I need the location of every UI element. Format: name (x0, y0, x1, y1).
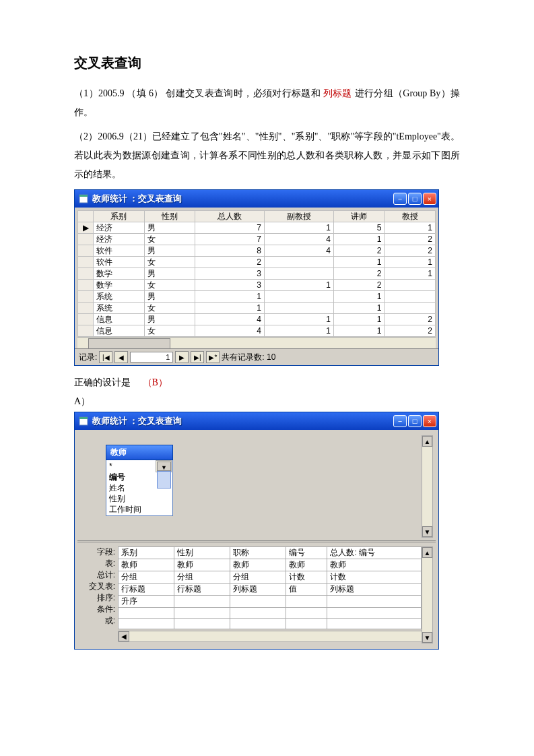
qbe-cell[interactable]: 教师 (327, 559, 422, 571)
qbe-cell[interactable]: 列标题 (230, 584, 286, 596)
cell[interactable]: 2 (333, 268, 385, 280)
nav-new-button[interactable]: ▶* (206, 351, 220, 363)
column-header[interactable]: 副教授 (264, 211, 333, 222)
cell[interactable]: 经济 (94, 222, 145, 234)
cell[interactable]: 数学 (94, 268, 145, 280)
close-button[interactable]: × (423, 193, 436, 205)
column-header[interactable]: 系别 (94, 211, 145, 222)
column-header[interactable]: 总人数 (195, 211, 265, 222)
cell[interactable]: 8 (195, 245, 265, 257)
field-item[interactable]: 性别 (106, 493, 172, 504)
minimize-button[interactable]: − (393, 415, 407, 427)
qbe-cell[interactable]: 教师 (230, 559, 286, 571)
column-header[interactable]: 性别 (144, 211, 195, 222)
qbe-cell[interactable]: 行标题 (174, 584, 230, 596)
qbe-cell[interactable]: 编号 (286, 547, 327, 559)
qbe-cell[interactable] (230, 619, 286, 629)
cell[interactable]: 男 (144, 314, 195, 325)
qbe-cell[interactable]: 教师 (119, 559, 174, 571)
row-selector[interactable] (78, 303, 94, 314)
cell[interactable]: 2 (195, 257, 265, 268)
cell[interactable]: 女 (144, 280, 195, 291)
row-selector[interactable] (78, 280, 94, 291)
cell[interactable]: 7 (195, 234, 265, 245)
table-row[interactable]: 数学男321 (78, 268, 436, 280)
cell[interactable]: 信息 (94, 325, 145, 337)
cell[interactable]: 2 (333, 280, 385, 291)
cell[interactable]: 1 (333, 257, 385, 268)
titlebar[interactable]: 教师统计 ：交叉表查询 − □ × (75, 412, 438, 430)
qbe-cell[interactable]: 总人数: 编号 (327, 547, 422, 559)
cell[interactable]: 2 (385, 234, 436, 245)
qbe-table[interactable]: 系别性别职称编号总人数: 编号教师教师教师教师教师分组分组分组计数计数行标题行标… (118, 546, 433, 629)
maximize-button[interactable]: □ (408, 415, 422, 427)
qbe-cell[interactable]: 行标题 (119, 584, 174, 596)
qbe-cell[interactable]: 职称 (230, 547, 286, 559)
cell[interactable]: 3 (195, 268, 265, 280)
cell[interactable]: 男 (144, 268, 195, 280)
cell[interactable]: 3 (195, 280, 265, 291)
nav-record-input[interactable] (130, 352, 173, 363)
cell[interactable]: 1 (333, 303, 385, 314)
cell[interactable]: 1 (385, 257, 436, 268)
cell[interactable] (264, 257, 333, 268)
qbe-cell[interactable] (286, 608, 327, 619)
qbe-cell[interactable]: 分组 (230, 571, 286, 584)
cell[interactable]: 软件 (94, 257, 145, 268)
qbe-cell[interactable]: 计数 (327, 571, 422, 584)
cell[interactable]: 4 (264, 245, 333, 257)
table-row[interactable]: 数学女312 (78, 280, 436, 291)
cell[interactable]: 1 (333, 234, 385, 245)
qbe-cell[interactable] (230, 596, 286, 608)
table-row[interactable]: 经济女7412 (78, 234, 436, 245)
table-row[interactable]: 信息女4112 (78, 325, 436, 337)
cell[interactable]: 2 (385, 314, 436, 325)
cell[interactable] (385, 303, 436, 314)
table-row[interactable]: 软件男8422 (78, 245, 436, 257)
cell[interactable]: 1 (264, 314, 333, 325)
pane-vertical-scrollbar[interactable]: ▲ ▼ (422, 435, 433, 538)
table-field-list[interactable]: 教师 *编号姓名性别工作时间 ▲ ▼ (106, 445, 173, 516)
cell[interactable] (264, 291, 333, 303)
cell[interactable]: 数学 (94, 280, 145, 291)
table-row[interactable]: ▶经济男7151 (78, 222, 436, 234)
minimize-button[interactable]: − (393, 193, 407, 205)
cell[interactable]: 1 (264, 280, 333, 291)
maximize-button[interactable]: □ (408, 193, 422, 205)
row-selector[interactable] (78, 234, 94, 245)
qbe-cell[interactable] (174, 619, 230, 629)
cell[interactable] (264, 268, 333, 280)
table-row[interactable]: 系统女11 (78, 303, 436, 314)
qbe-cell[interactable]: 教师 (174, 559, 230, 571)
qbe-cell[interactable]: 教师 (286, 559, 327, 571)
qbe-cell[interactable]: 列标题 (327, 584, 422, 596)
qbe-cell[interactable] (119, 608, 174, 619)
cell[interactable] (385, 291, 436, 303)
qbe-vertical-scrollbar[interactable]: ▲ ▼ (422, 546, 433, 643)
cell[interactable]: 1 (333, 325, 385, 337)
nav-prev-button[interactable]: ◀ (114, 351, 128, 363)
close-button[interactable]: × (423, 415, 436, 427)
cell[interactable]: 1 (195, 303, 265, 314)
field-list-scrollbar[interactable]: ▲ ▼ (156, 460, 172, 472)
cell[interactable]: 2 (385, 325, 436, 337)
cell[interactable]: 5 (333, 222, 385, 234)
cell[interactable]: 1 (264, 222, 333, 234)
cell[interactable]: 女 (144, 234, 195, 245)
qbe-cell[interactable] (230, 608, 286, 619)
cell[interactable]: 男 (144, 245, 195, 257)
qbe-cell[interactable]: 升序 (119, 596, 174, 608)
row-selector[interactable] (78, 268, 94, 280)
qbe-cell[interactable]: 计数 (286, 571, 327, 584)
cell[interactable]: 女 (144, 325, 195, 337)
row-selector[interactable]: ▶ (78, 222, 94, 234)
cell[interactable]: 2 (385, 245, 436, 257)
cell[interactable]: 1 (333, 314, 385, 325)
cell[interactable]: 1 (264, 325, 333, 337)
qbe-cell[interactable]: 分组 (119, 571, 174, 584)
row-selector[interactable] (78, 245, 94, 257)
cell[interactable]: 1 (385, 268, 436, 280)
qbe-cell[interactable] (327, 608, 422, 619)
cell[interactable]: 1 (333, 291, 385, 303)
qbe-cell[interactable] (119, 619, 174, 629)
